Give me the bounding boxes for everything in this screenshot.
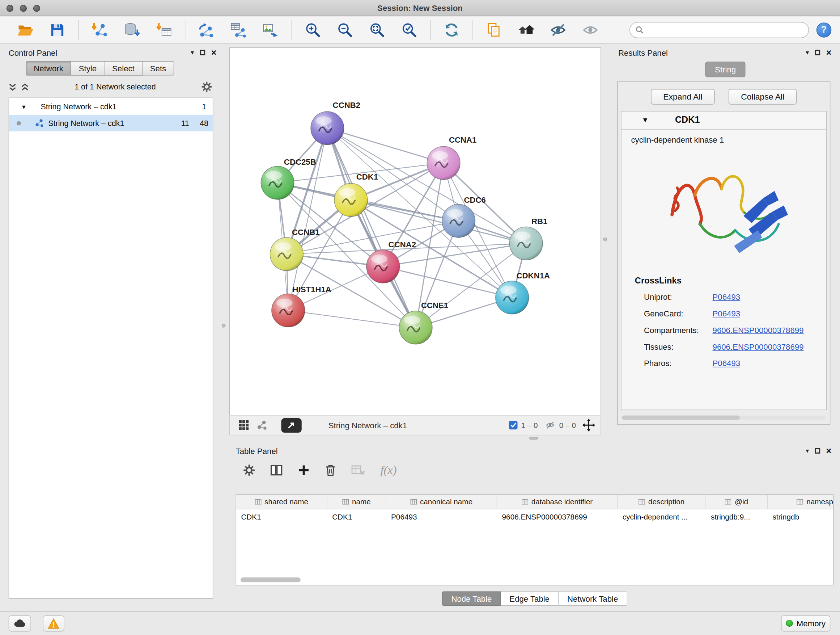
- network-graph[interactable]: CCNB2CCNA1CDC25BCDK1CDC6RB1CCNB1CCNA2CDK…: [230, 48, 600, 414]
- cloud-status-button[interactable]: [9, 615, 31, 631]
- network-node-CDC25B[interactable]: CDC25B: [261, 157, 316, 200]
- results-panel-maximize-button[interactable]: [815, 50, 820, 55]
- crosslink-link[interactable]: P06493: [713, 358, 741, 367]
- home-view-button[interactable]: [513, 18, 539, 42]
- show-columns-button[interactable]: [270, 464, 283, 477]
- tab-edge-table[interactable]: Edge Table: [501, 591, 559, 606]
- tab-network[interactable]: Network: [26, 61, 71, 76]
- network-node-CCNA1[interactable]: CCNA1: [427, 135, 477, 180]
- network-row[interactable]: String Network – cdk1 11 48: [9, 115, 213, 131]
- import-network-database-button[interactable]: [119, 18, 145, 42]
- network-node-CDK1[interactable]: CDK1: [334, 172, 378, 217]
- table-cell[interactable]: P06493: [386, 509, 497, 524]
- table-cell[interactable]: cyclin-dependent ...: [617, 509, 706, 524]
- table-cell[interactable]: CDK1: [327, 509, 386, 524]
- column-header[interactable]: canonical name: [386, 495, 497, 509]
- collapse-all-icon[interactable]: [9, 83, 17, 91]
- function-builder-button[interactable]: f(x): [380, 463, 396, 477]
- zoom-fit-button[interactable]: [364, 18, 390, 42]
- new-network-button[interactable]: [194, 18, 219, 42]
- apply-layout-button[interactable]: [439, 18, 464, 42]
- warnings-button[interactable]: [43, 615, 64, 631]
- new-network-from-image-button[interactable]: [257, 18, 283, 42]
- network-edge[interactable]: [327, 128, 416, 328]
- tab-node-table[interactable]: Node Table: [442, 591, 501, 606]
- tab-style[interactable]: Style: [71, 61, 104, 76]
- collapse-all-button[interactable]: Collapse All: [729, 89, 797, 105]
- delete-column-button[interactable]: [325, 464, 336, 477]
- hide-selected-button[interactable]: [546, 18, 571, 42]
- network-node-HIST1H1A[interactable]: HIST1H1A: [272, 285, 332, 327]
- tab-string[interactable]: String: [705, 62, 745, 77]
- memory-button[interactable]: Memory: [781, 615, 830, 631]
- open-session-button[interactable]: [12, 18, 38, 42]
- pan-crosshair-icon[interactable]: [583, 419, 595, 432]
- network-canvas[interactable]: CCNB2CCNA1CDC25BCDK1CDC6RB1CCNB1CCNA2CDK…: [229, 47, 601, 415]
- tab-sets[interactable]: Sets: [142, 61, 174, 76]
- zoom-selected-button[interactable]: [396, 18, 422, 42]
- table-panel-float-button[interactable]: ▾: [806, 448, 809, 454]
- import-table-button[interactable]: [151, 18, 177, 42]
- grid-view-button[interactable]: [238, 420, 249, 431]
- zoom-in-button[interactable]: [300, 18, 325, 42]
- table-settings-button[interactable]: [243, 464, 255, 476]
- tree-caret-icon[interactable]: ▼: [21, 103, 27, 110]
- crosslink-link[interactable]: 9606.ENSP00000378699: [713, 325, 804, 334]
- expand-all-button[interactable]: Expand All: [651, 89, 715, 105]
- left-splitter-handle[interactable]: [222, 324, 225, 327]
- results-scrollbar[interactable]: [622, 416, 826, 420]
- network-edge[interactable]: [383, 266, 512, 298]
- zoom-out-button[interactable]: [332, 18, 358, 42]
- column-header[interactable]: shared name: [236, 495, 327, 509]
- window-close-traffic-light[interactable]: [6, 5, 13, 11]
- table-cell[interactable]: stringdb: [767, 509, 834, 524]
- results-panel-close-button[interactable]: ×: [826, 48, 832, 57]
- table-horizontal-scrollbar[interactable]: [240, 578, 301, 582]
- window-zoom-traffic-light[interactable]: [33, 5, 40, 11]
- import-network-file-button[interactable]: [87, 18, 112, 42]
- clone-network-button[interactable]: [481, 18, 507, 42]
- tab-network-table[interactable]: Network Table: [559, 591, 627, 606]
- save-session-button[interactable]: [44, 18, 70, 42]
- table-panel-maximize-button[interactable]: [815, 448, 820, 454]
- network-edge[interactable]: [288, 128, 327, 310]
- help-button[interactable]: ?: [816, 22, 831, 37]
- table-row[interactable]: CDK1CDK1P064939606.ENSP00000378699cyclin…: [236, 509, 833, 524]
- column-header[interactable]: @id: [706, 495, 767, 509]
- bottom-splitter-handle[interactable]: [529, 437, 538, 440]
- add-column-button[interactable]: [298, 464, 309, 476]
- expand-all-icon[interactable]: [21, 83, 29, 91]
- search-input[interactable]: [644, 26, 803, 35]
- network-node-RB1[interactable]: RB1: [509, 217, 547, 260]
- protein-collapse-caret-icon[interactable]: ▼: [642, 116, 649, 124]
- network-node-CCNB2[interactable]: CCNB2: [311, 101, 360, 145]
- column-header[interactable]: name: [327, 495, 386, 509]
- network-edge[interactable]: [327, 128, 444, 163]
- column-header[interactable]: database identifier: [497, 495, 617, 509]
- delete-table-button[interactable]: [351, 464, 365, 476]
- table-panel-close-button[interactable]: ×: [826, 447, 832, 455]
- table-cell[interactable]: CDK1: [236, 509, 327, 524]
- gear-icon[interactable]: [202, 81, 212, 92]
- network-node-CDKN1A[interactable]: CDKN1A: [496, 271, 550, 314]
- control-panel-maximize-button[interactable]: [200, 50, 205, 55]
- network-collection-row[interactable]: ▼ String Network – cdk1 1: [9, 98, 213, 115]
- network-edge[interactable]: [288, 310, 416, 327]
- window-minimize-traffic-light[interactable]: [20, 5, 27, 11]
- right-splitter-handle[interactable]: [603, 238, 607, 241]
- table-cell[interactable]: stringdb:9...: [706, 509, 767, 524]
- column-header[interactable]: description: [617, 495, 706, 509]
- crosslink-link[interactable]: 9606.ENSP00000378699: [713, 342, 804, 351]
- results-panel-float-button[interactable]: ▾: [806, 49, 809, 56]
- crosslink-link[interactable]: P06493: [713, 309, 741, 318]
- detach-view-button[interactable]: [281, 418, 302, 432]
- crosslink-link[interactable]: P06493: [713, 292, 741, 301]
- show-hidden-button[interactable]: [577, 18, 603, 42]
- column-header[interactable]: namespace: [767, 495, 834, 509]
- tab-select[interactable]: Select: [104, 61, 142, 76]
- control-panel-close-button[interactable]: ×: [211, 48, 217, 57]
- network-overview-button[interactable]: [256, 420, 267, 431]
- new-network-from-table-button[interactable]: [225, 18, 251, 42]
- table-cell[interactable]: 9606.ENSP00000378699: [497, 509, 617, 524]
- control-panel-float-button[interactable]: ▾: [191, 49, 194, 56]
